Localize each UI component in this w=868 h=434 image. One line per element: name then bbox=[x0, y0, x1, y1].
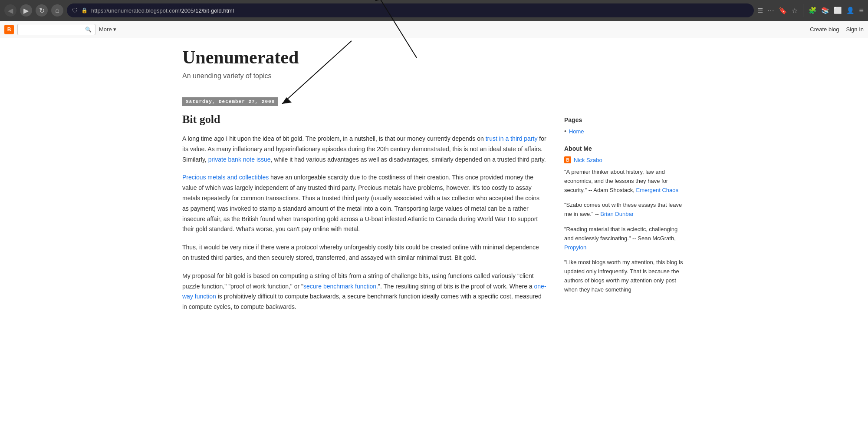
menu-icon[interactable]: ≡ bbox=[859, 6, 864, 15]
trust-third-party-link[interactable]: trust in a third party bbox=[486, 135, 538, 142]
blogger-logo: B bbox=[4, 25, 14, 34]
pages-title: Pages bbox=[564, 116, 686, 123]
quote-1: "A premier thinker about history, law an… bbox=[564, 168, 686, 195]
author-name-link[interactable]: Nick Szabo bbox=[574, 157, 602, 163]
forward-button[interactable]: ▶ bbox=[20, 4, 32, 17]
p2-text: have an unforgeable scarcity due to the … bbox=[182, 174, 539, 232]
library-icon[interactable]: 📚 bbox=[821, 7, 829, 14]
home-page-link[interactable]: Home bbox=[569, 128, 584, 135]
main-content: Unenumerated An unending variety of topi… bbox=[182, 47, 547, 320]
home-button[interactable]: ⌂ bbox=[51, 4, 63, 17]
paragraph-2: Precious metals and collectibles have an… bbox=[182, 172, 547, 235]
emergent-chaos-link[interactable]: Emergent Chaos bbox=[636, 187, 678, 193]
split-view-icon[interactable]: ⬜ bbox=[834, 7, 842, 14]
quote-2: "Szabo comes out with these essays that … bbox=[564, 201, 686, 219]
p3-text: Thus, it would be very nice if there wer… bbox=[182, 244, 539, 261]
url-prefix: https://unenumerated.blogspot.com bbox=[91, 7, 180, 14]
address-bar[interactable]: 🛡 🔒 https://unenumerated.blogspot.com/20… bbox=[67, 3, 754, 17]
date-area: Saturday, December 27, 2008 bbox=[182, 93, 547, 113]
paragraph-4: My proposal for bit gold is based on com… bbox=[182, 271, 547, 312]
search-input[interactable] bbox=[21, 26, 85, 33]
search-icon: 🔍 bbox=[85, 27, 92, 33]
blog-title: Unenumerated bbox=[182, 47, 547, 68]
browser-actions: ☰ ⋯ 🔖 ☆ bbox=[757, 7, 798, 15]
quote3-before: "Reading material that is eclectic, chal… bbox=[564, 226, 677, 242]
propylon-link[interactable]: Propylon bbox=[564, 244, 586, 251]
p4-text-after: is prohibitively difficult to compute ba… bbox=[182, 293, 542, 310]
quote-4: "Like most blogs worth my attention, thi… bbox=[564, 258, 686, 294]
blogger-author-icon: B bbox=[564, 156, 571, 163]
private-bank-note-link[interactable]: private bank note issue bbox=[208, 156, 271, 163]
url-display: https://unenumerated.blogspot.com/2005/1… bbox=[91, 7, 749, 14]
pocket-icon[interactable]: 🔖 bbox=[779, 7, 787, 15]
quote4-text: "Like most blogs worth my attention, thi… bbox=[564, 259, 683, 292]
p1-text-before: A long time ago I hit upon the idea of b… bbox=[182, 135, 486, 142]
lock-icon: 🔒 bbox=[81, 7, 88, 13]
search-box[interactable]: 🔍 bbox=[17, 24, 95, 35]
blogger-toolbar: B 🔍 More ▾ Create blog Sign In bbox=[0, 21, 868, 38]
about-me-title: About Me bbox=[564, 145, 686, 152]
more-button[interactable]: More ▾ bbox=[99, 26, 116, 33]
sign-in-link[interactable]: Sign In bbox=[846, 26, 864, 33]
bookmark-star-icon[interactable]: ☆ bbox=[792, 7, 798, 15]
post-date-header: Saturday, December 27, 2008 bbox=[182, 97, 278, 106]
p1-text-after: , while it had various advantages as wel… bbox=[271, 156, 546, 163]
right-browser-actions: 🧩 📚 ⬜ 👤 ≡ bbox=[809, 6, 864, 15]
post-body: A long time ago I hit upon the idea of b… bbox=[182, 134, 547, 312]
author-name-row: B Nick Szabo bbox=[564, 156, 686, 163]
shield-icon: 🛡 bbox=[72, 7, 78, 14]
home-page-item: Home bbox=[564, 128, 686, 135]
back-button[interactable]: ◀ bbox=[4, 4, 16, 17]
sidebar-pages-section: Pages Home bbox=[564, 116, 686, 135]
brian-dunbar-link[interactable]: Brian Dunbar bbox=[600, 211, 634, 217]
more-icon[interactable]: ⋯ bbox=[767, 7, 774, 15]
extensions-icon[interactable]: 🧩 bbox=[809, 7, 817, 14]
create-blog-link[interactable]: Create blog bbox=[810, 26, 839, 33]
precious-metals-link[interactable]: Precious metals and collectibles bbox=[182, 174, 269, 181]
quote-3: "Reading material that is eclectic, chal… bbox=[564, 225, 686, 252]
svg-marker-3 bbox=[282, 97, 292, 104]
sidebar: Pages Home About Me B Nick Szabo "A prem… bbox=[564, 47, 686, 320]
p4-text-middle: ". The resulting string of bits is the p… bbox=[378, 283, 534, 290]
paragraph-3: Thus, it would be very nice if there wer… bbox=[182, 242, 547, 263]
url-suffix: /2005/12/bit-gold.html bbox=[180, 7, 234, 14]
about-me-section: About Me B Nick Szabo "A premier thinker… bbox=[564, 145, 686, 295]
blogger-toolbar-right: Create blog Sign In bbox=[810, 26, 864, 33]
blog-subtitle: An unending variety of topics bbox=[182, 72, 547, 80]
post-title: Bit gold bbox=[182, 113, 547, 126]
reload-button[interactable]: ↻ bbox=[36, 4, 48, 17]
reader-view-icon[interactable]: ☰ bbox=[757, 7, 763, 14]
blog-header-area: Unenumerated An unending variety of topi… bbox=[182, 47, 547, 80]
paragraph-1: A long time ago I hit upon the idea of b… bbox=[182, 134, 547, 165]
browser-chrome: ◀ ▶ ↻ ⌂ 🛡 🔒 https://unenumerated.blogspo… bbox=[0, 0, 868, 21]
secure-benchmark-link[interactable]: secure benchmark function. bbox=[303, 283, 378, 290]
profile-icon[interactable]: 👤 bbox=[846, 7, 855, 14]
page-layout: Unenumerated An unending variety of topi… bbox=[174, 38, 694, 329]
